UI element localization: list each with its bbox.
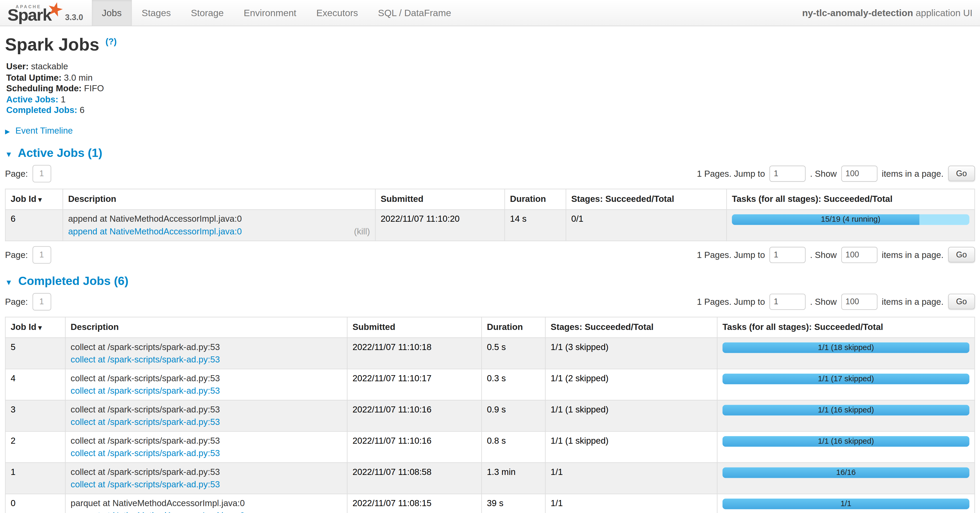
description-cell: collect at /spark-scripts/spark-ad.py:53… (65, 431, 347, 462)
summary-uptime-value: 3.0 min (64, 72, 92, 82)
submitted-cell: 2022/11/07 11:10:18 (347, 337, 482, 368)
completed-jobs-section-header[interactable]: ▼ Completed Jobs (6) (5, 274, 975, 288)
summary-user: User: stackable (6, 61, 975, 72)
help-link[interactable]: (?) (105, 36, 116, 46)
page-number-input[interactable] (32, 165, 51, 182)
col-job-id[interactable]: Job Id▾ (5, 189, 63, 209)
chevron-down-icon: ▼ (5, 150, 13, 159)
progress-label: 1/1 (16 skipped) (722, 436, 969, 446)
description-link-row: collect at /spark-scripts/spark-ad.py:53 (71, 385, 342, 396)
description-link[interactable]: collect at /spark-scripts/spark-ad.py:53 (71, 354, 220, 365)
progress-label: 16/16 (722, 467, 969, 478)
jump-to-input[interactable] (769, 246, 806, 263)
description-link-row: append at NativeMethodAccessorImpl.java:… (68, 226, 370, 237)
col-tasks[interactable]: Tasks (for all stages): Succeeded/Total (717, 317, 975, 337)
pager-completed-top: Page: 1 Pages. Jump to . Show items in a… (5, 292, 975, 310)
items-per-page-input[interactable] (841, 246, 877, 263)
duration-cell: 0.8 s (482, 431, 546, 462)
summary-user-label: User: (6, 61, 29, 71)
summary-active-jobs: Active Jobs: 1 (6, 94, 975, 105)
tasks-cell: 15/19 (4 running) (727, 209, 975, 240)
stages-cell: 1/1 (3 skipped) (546, 337, 717, 368)
description-link[interactable]: collect at /spark-scripts/spark-ad.py:53 (71, 416, 220, 427)
go-button[interactable]: Go (948, 166, 975, 181)
col-description[interactable]: Description (63, 189, 375, 209)
page-indicator: Page: (5, 165, 51, 182)
duration-cell: 39 s (482, 494, 546, 513)
tab-environment[interactable]: Environment (234, 0, 306, 25)
tab-storage[interactable]: Storage (181, 0, 234, 25)
items-text: items in a page. (882, 297, 943, 307)
description-link-row: collect at /spark-scripts/spark-ad.py:53 (71, 416, 342, 427)
duration-cell: 0.9 s (482, 400, 546, 431)
chevron-down-icon: ▼ (5, 278, 13, 286)
show-text: . Show (810, 249, 837, 260)
col-tasks[interactable]: Tasks (for all stages): Succeeded/Total (727, 189, 975, 209)
col-submitted[interactable]: Submitted (375, 189, 505, 209)
completed-job-row: 2 collect at /spark-scripts/spark-ad.py:… (5, 431, 975, 462)
chevron-right-icon: ▶ (5, 128, 10, 135)
active-jobs-link[interactable]: Active Jobs: (6, 94, 59, 104)
job-id-cell: 0 (5, 494, 65, 513)
active-jobs-section-header[interactable]: ▼ Active Jobs (1) (5, 146, 975, 160)
summary-uptime: Total Uptime: 3.0 min (6, 72, 975, 83)
go-button[interactable]: Go (948, 294, 975, 309)
description-link[interactable]: collect at /spark-scripts/spark-ad.py:53 (71, 479, 220, 489)
tab-stages[interactable]: Stages (132, 0, 181, 25)
submitted-cell: 2022/11/07 11:10:16 (347, 400, 482, 431)
description-cell: collect at /spark-scripts/spark-ad.py:53… (65, 400, 347, 431)
submitted-cell: 2022/11/07 11:08:58 (347, 462, 482, 494)
description-link[interactable]: collect at /spark-scripts/spark-ad.py:53 (71, 448, 220, 458)
col-submitted[interactable]: Submitted (347, 317, 482, 337)
kill-link[interactable]: (kill) (354, 226, 370, 237)
col-duration[interactable]: Duration (482, 317, 546, 337)
active-jobs-table: Job Id▾ Description Submitted Duration S… (5, 188, 975, 241)
tasks-progress-bar: 1/1 (18 skipped) (722, 342, 969, 353)
page-title: Spark Jobs (?) (5, 35, 975, 55)
description-link-row: collect at /spark-scripts/spark-ad.py:53 (71, 479, 342, 489)
tasks-cell: 16/16 (717, 462, 975, 494)
completed-jobs-link[interactable]: Completed Jobs: (6, 105, 77, 115)
description-cell: parquet at NativeMethodAccessorImpl.java… (65, 494, 347, 513)
summary-scheduling-mode: Scheduling Mode: FIFO (6, 83, 975, 94)
job-id-cell: 4 (5, 368, 65, 400)
col-description[interactable]: Description (65, 317, 347, 337)
col-job-id[interactable]: Job Id▾ (5, 317, 65, 337)
active-table-header-row: Job Id▾ Description Submitted Duration S… (5, 189, 975, 209)
completed-job-row: 3 collect at /spark-scripts/spark-ad.py:… (5, 400, 975, 431)
tasks-cell: 1/1 (16 skipped) (717, 431, 975, 462)
submitted-cell: 2022/11/07 11:10:17 (347, 368, 482, 400)
description-link[interactable]: parquet at NativeMethodAccessorImpl.java… (71, 510, 245, 513)
spark-logo-stack: APACHE Spark ★ (7, 5, 61, 24)
items-per-page-input[interactable] (841, 165, 877, 181)
col-duration[interactable]: Duration (505, 189, 566, 209)
tasks-progress-bar: 1/1 (16 skipped) (722, 436, 969, 446)
col-stages[interactable]: Stages: Succeeded/Total (546, 317, 717, 337)
show-text: . Show (810, 297, 837, 307)
completed-table-header-row: Job Id▾ Description Submitted Duration S… (5, 317, 975, 337)
col-stages[interactable]: Stages: Succeeded/Total (566, 189, 727, 209)
description-cell: collect at /spark-scripts/spark-ad.py:53… (65, 462, 347, 494)
completed-job-row: 1 collect at /spark-scripts/spark-ad.py:… (5, 462, 975, 494)
tab-executors[interactable]: Executors (306, 0, 368, 25)
jump-to-input[interactable] (769, 294, 806, 310)
page-label: Page: (5, 297, 28, 307)
jump-to-input[interactable] (769, 165, 806, 181)
tab-sql-dataframe[interactable]: SQL / DataFrame (368, 0, 461, 25)
application-title-suffix: application UI (916, 7, 973, 18)
page-number-input[interactable] (32, 292, 51, 310)
page-number-input[interactable] (32, 246, 51, 263)
items-per-page-input[interactable] (841, 294, 877, 310)
description-link-row: parquet at NativeMethodAccessorImpl.java… (71, 510, 342, 513)
col-job-id-label: Job Id (11, 321, 36, 332)
go-button[interactable]: Go (948, 247, 975, 262)
description-text: parquet at NativeMethodAccessorImpl.java… (71, 498, 342, 508)
description-link[interactable]: append at NativeMethodAccessorImpl.java:… (68, 226, 242, 237)
spark-logo[interactable]: APACHE Spark ★ 3.3.0 (0, 0, 92, 25)
tab-jobs[interactable]: Jobs (92, 0, 132, 25)
duration-cell: 0.5 s (482, 337, 546, 368)
completed-jobs-section-title: Completed Jobs (6) (18, 274, 128, 287)
progress-label: 1/1 (18 skipped) (722, 342, 969, 353)
event-timeline-link[interactable]: Event Timeline (15, 125, 73, 135)
description-link[interactable]: collect at /spark-scripts/spark-ad.py:53 (71, 385, 220, 396)
